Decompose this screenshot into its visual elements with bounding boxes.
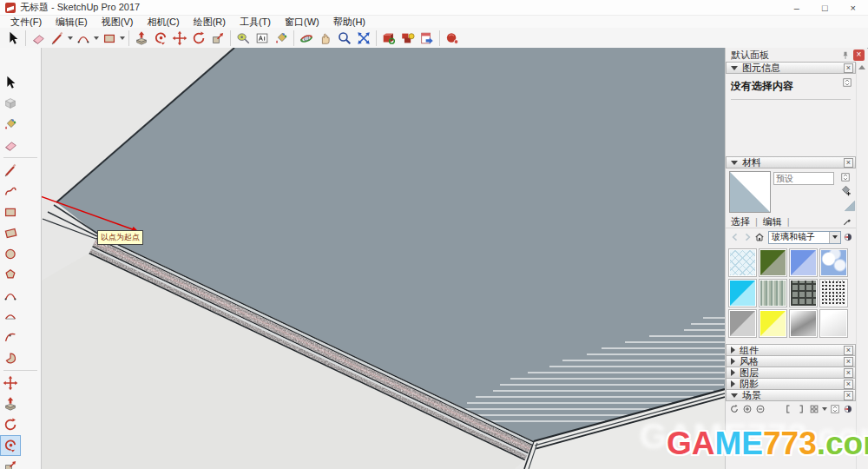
maximize-button[interactable]: □ [822, 3, 828, 13]
view-options-icon[interactable] [809, 404, 819, 414]
show-details-icon[interactable] [843, 404, 853, 414]
chevron-down-icon[interactable] [822, 407, 827, 411]
material-swatch-cyan-glass[interactable] [728, 279, 757, 307]
palette-circle-tool[interactable] [0, 243, 21, 264]
warehouse-button[interactable] [398, 29, 418, 48]
text-tool-button[interactable] [253, 29, 272, 48]
remove-scene-icon[interactable] [755, 404, 766, 414]
followme-tool-button[interactable] [151, 29, 170, 48]
material-swatch-obscure-glass[interactable] [819, 279, 848, 307]
pushpull-tool-button[interactable] [132, 29, 151, 48]
material-swatch-sky[interactable] [819, 248, 848, 277]
arc-tool-button[interactable] [74, 29, 93, 48]
materials-header[interactable]: 材料 × [726, 156, 856, 168]
palette-rotate-tool[interactable] [0, 414, 21, 435]
rectangle-tool-dropdown[interactable] [119, 29, 126, 48]
zoom-tool-button[interactable] [335, 29, 354, 48]
palette-move-tool[interactable] [0, 373, 21, 393]
scenes-header[interactable]: 场景 × [726, 389, 856, 401]
pan-tool-button[interactable] [316, 29, 335, 48]
shadows-close-button[interactable]: × [844, 380, 853, 389]
palette-pushpull-tool[interactable] [0, 393, 21, 414]
material-category-dropdown[interactable]: 玻璃和镜子 [768, 231, 841, 244]
move-scene-left-icon[interactable] [783, 404, 793, 414]
palette-rotated-rectangle-tool[interactable] [0, 222, 21, 243]
menu-file[interactable]: 文件(F) [3, 16, 49, 29]
palette-rectangle-tool[interactable] [0, 201, 21, 222]
close-button[interactable]: × [851, 3, 856, 13]
share-model-button[interactable] [418, 29, 437, 48]
rotate-tool-button[interactable] [189, 29, 208, 48]
palette-followme-tool-active[interactable] [0, 435, 21, 456]
material-swatch-green-glass[interactable] [759, 248, 787, 277]
back-arrow-icon[interactable] [730, 232, 740, 242]
menu-camera[interactable]: 相机(C) [140, 16, 186, 29]
home-icon[interactable] [754, 232, 765, 242]
tab-select[interactable]: 选择 [731, 215, 755, 228]
menu-help[interactable]: 帮助(H) [326, 16, 372, 29]
dropdown-arrow-button[interactable] [829, 232, 840, 243]
tab-edit[interactable]: 编辑 [763, 215, 787, 228]
select-tool-button[interactable] [3, 29, 23, 48]
forward-arrow-icon[interactable] [742, 232, 753, 242]
palette-scale-tool[interactable] [0, 456, 21, 469]
in-model-icon[interactable] [843, 232, 853, 242]
material-name-input[interactable] [773, 172, 834, 185]
menu-view[interactable]: 视图(V) [95, 16, 141, 29]
palette-select-tool[interactable] [0, 72, 21, 93]
update-scene-icon[interactable] [729, 404, 740, 414]
material-swatch-clear-glass[interactable] [819, 309, 848, 338]
palette-arc-tool[interactable] [0, 285, 21, 306]
tape-measure-button[interactable] [233, 29, 253, 48]
minimize-button[interactable]: – [794, 3, 799, 13]
layers-close-button[interactable]: × [844, 368, 853, 378]
palette-line-tool[interactable] [0, 160, 21, 181]
eraser-tool-button[interactable] [29, 29, 48, 48]
material-swatch-ribbed-glass[interactable] [759, 279, 787, 307]
components-button[interactable] [379, 29, 398, 48]
arc-tool-dropdown[interactable] [93, 29, 100, 48]
tray-scrollbar[interactable] [856, 63, 867, 469]
details-icon[interactable] [830, 404, 840, 414]
create-material-icon[interactable] [839, 184, 852, 197]
palette-pie-tool[interactable] [0, 347, 21, 368]
model-viewport[interactable]: 以点为起点 [42, 48, 725, 469]
zoom-extents-button[interactable] [354, 29, 373, 48]
material-swatch-gray-glass[interactable] [728, 309, 757, 338]
orbit-tool-button[interactable] [297, 29, 316, 48]
material-swatch-blue-glass[interactable] [789, 248, 818, 277]
details-icon[interactable] [842, 77, 852, 88]
palette-eraser-tool[interactable] [0, 135, 21, 155]
scale-tool-button[interactable] [208, 29, 227, 48]
palette-freehand-tool[interactable] [0, 181, 21, 201]
line-tool-button[interactable] [48, 29, 67, 48]
styles-close-button[interactable]: × [844, 357, 853, 367]
material-swatch-lattice[interactable] [728, 248, 757, 277]
menu-edit[interactable]: 编辑(E) [49, 16, 95, 29]
palette-2pt-arc-tool[interactable] [0, 306, 21, 327]
entity-info-close-button[interactable]: × [844, 63, 853, 73]
line-tool-dropdown[interactable] [67, 29, 74, 48]
add-scene-icon[interactable] [742, 404, 753, 414]
entity-info-header[interactable]: 图元信息 × [726, 62, 856, 74]
menu-draw[interactable]: 绘图(R) [187, 16, 233, 29]
palette-paint-tool[interactable] [0, 114, 21, 135]
palette-polygon-tool[interactable] [0, 264, 21, 285]
components-close-button[interactable]: × [844, 346, 853, 355]
palette-3pt-arc-tool[interactable] [0, 327, 21, 347]
paint-bucket-button[interactable] [272, 29, 291, 48]
palette-make-component-tool[interactable] [0, 93, 21, 114]
details-icon[interactable] [840, 172, 851, 182]
menu-tools[interactable]: 工具(T) [233, 16, 278, 29]
menu-window[interactable]: 窗口(W) [278, 16, 326, 29]
tray-close-button[interactable]: × [853, 50, 865, 61]
move-scene-right-icon[interactable] [796, 404, 806, 414]
material-swatch-yellow-glass[interactable] [759, 309, 787, 338]
scenes-close-button[interactable]: × [844, 391, 853, 400]
rectangle-tool-button[interactable] [100, 29, 119, 48]
eyedropper-icon[interactable] [842, 216, 852, 227]
materials-close-button[interactable]: × [844, 158, 853, 168]
move-tool-button[interactable] [170, 29, 189, 48]
material-swatch-glass-blocks[interactable] [789, 279, 818, 307]
pin-icon[interactable] [840, 50, 851, 61]
